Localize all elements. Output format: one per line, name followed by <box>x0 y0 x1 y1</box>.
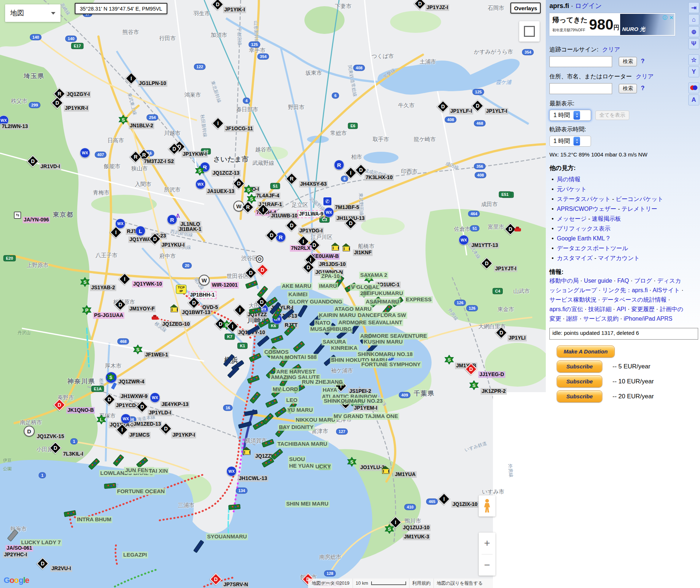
weather-station-marker[interactable]: WX <box>121 414 131 424</box>
ship-name-label[interactable]: SHINKOUMARU NO.23 <box>323 398 384 405</box>
ship-name-label[interactable]: LEO <box>285 397 299 404</box>
sidebar-link[interactable]: Google Earth KML <box>557 235 605 241</box>
report-error-link[interactable]: 地図の誤りを報告する <box>437 580 483 587</box>
green-star-station-marker[interactable]: P <box>82 305 92 316</box>
weather-station-marker[interactable]: WX <box>80 148 90 158</box>
station-callsign-label[interactable]: JQ1ZVK-15 <box>36 433 65 440</box>
green-star-station-marker[interactable]: S <box>195 166 205 177</box>
station-callsign-label[interactable]: JN1BLV-2 <box>129 123 154 129</box>
station-callsign-label[interactable]: JQ1YWK-10 <box>132 281 163 287</box>
star-icon[interactable]: ☆ <box>688 54 699 65</box>
ship-name-label[interactable]: GLORY GUANDONG <box>288 298 343 305</box>
station-callsign-label[interactable]: JP1YJZ-I <box>425 4 449 11</box>
pegman-streetview-button[interactable] <box>479 495 495 517</box>
latest-select[interactable]: 1 時間▲▼ <box>549 110 591 121</box>
weather-station-marker[interactable]: WX <box>150 392 160 403</box>
house-igate-marker[interactable] <box>171 304 178 312</box>
ship-name-label[interactable]: RUN ZHEJIANG <box>301 379 344 386</box>
antenna-range-icon[interactable]: Ψ <box>688 38 699 49</box>
station-callsign-label[interactable]: JQ1ZCZ-13 <box>211 170 241 177</box>
station-callsign-label[interactable]: 7L4AJF-4 <box>255 193 280 199</box>
station-callsign-label[interactable]: JF1MCS <box>128 432 151 438</box>
station-callsign-label[interactable]: JJ1YEG-D <box>478 371 505 378</box>
ship-name-label[interactable]: TAI XIN <box>148 468 169 475</box>
station-callsign-label[interactable]: JP1YKR-I <box>64 105 89 112</box>
station-callsign-label[interactable]: JQ1BWT-13 <box>181 309 211 316</box>
ship-name-label[interactable]: KAIRIN MARU <box>318 312 357 319</box>
info-link[interactable]: ブログ <box>634 278 652 284</box>
sidebar-link[interactable]: ? <box>606 235 610 241</box>
home-icon[interactable]: ⌂ <box>688 14 699 25</box>
ship-name-label[interactable]: AKE MARU <box>281 283 312 290</box>
house-igate-marker[interactable] <box>332 243 339 251</box>
sidebar-link[interactable]: 速報掲示板 <box>592 216 621 222</box>
ship-name-label[interactable]: HAYA <box>322 387 338 394</box>
white-circle-station-marker[interactable]: D <box>24 426 35 437</box>
blue-circle-station-marker[interactable]: R <box>334 160 344 170</box>
green-star-station-marker[interactable]: S <box>347 457 357 468</box>
station-callsign-label[interactable]: JM1YTT-13 <box>470 242 499 249</box>
ship-name-label[interactable]: INTRA BHUM <box>76 516 112 523</box>
blue-circle-station-marker[interactable]: L <box>135 226 145 236</box>
info-link[interactable]: 移動中の局 <box>549 278 579 284</box>
ship-name-label[interactable]: MUSASHIBURG <box>309 326 353 333</box>
station-callsign-label[interactable]: JP1YLT-I <box>485 108 508 115</box>
ship-name-label[interactable]: SAKURA <box>322 339 347 345</box>
address-help-link[interactable]: ? <box>641 85 645 91</box>
station-callsign-label[interactable]: JP7SRV-N <box>222 581 249 588</box>
station-callsign-label[interactable]: JP1YEM-I <box>353 405 378 411</box>
green-ship-marker[interactable] <box>104 483 116 489</box>
station-callsign-label[interactable]: 7N2RLX <box>290 245 312 252</box>
antenna-a-icon[interactable]: A <box>688 94 699 105</box>
donate-button[interactable]: Make A Donation <box>557 345 615 357</box>
ship-name-label[interactable]: SHIN MEI MARU <box>285 500 330 507</box>
weather-station-marker[interactable]: WX <box>324 207 334 217</box>
zoom-in-button[interactable]: + <box>479 533 495 554</box>
sidebar-link[interactable]: ステータスパケット <box>557 196 611 202</box>
station-callsign-label[interactable]: JK1ZPR-2 <box>481 388 507 395</box>
station-callsign-label[interactable]: WIR-12001 <box>211 282 239 289</box>
green-star-station-marker[interactable]: S <box>385 524 394 535</box>
station-callsign-label[interactable]: JH1CWL-13 <box>238 475 268 482</box>
ship-name-label[interactable]: FORTUNE SYMPHONY <box>360 361 422 368</box>
station-callsign-label[interactable]: JP1YJT-I <box>494 266 517 272</box>
car-marker[interactable] <box>152 317 158 320</box>
ship-name-label[interactable]: IMARU <box>318 283 338 290</box>
green-star-station-marker[interactable]: S <box>133 345 143 356</box>
google-logo[interactable]: Google <box>4 576 29 585</box>
station-callsign-label[interactable]: JF1LWA-9 <box>297 210 325 218</box>
station-callsign-label[interactable]: JP1YDG-I <box>298 228 324 234</box>
ship-name-label[interactable]: KAIMEI <box>287 291 309 298</box>
green-star-station-marker[interactable]: S <box>444 355 454 366</box>
phone-station-marker[interactable]: ✆ <box>323 197 332 206</box>
info-link[interactable]: API <box>617 306 626 312</box>
ship-name-label[interactable]: ZPA-10 <box>320 273 341 280</box>
station-callsign-label[interactable]: JQ1ZIX-10 <box>451 501 478 508</box>
ad-close-icon[interactable]: ✕ <box>669 15 674 20</box>
station-callsign-label[interactable]: JP1YIK-I <box>223 7 246 13</box>
sidebar-link[interactable]: プリフィックス表示 <box>557 225 611 232</box>
overlays-button[interactable]: Overlays <box>510 3 541 13</box>
info-link[interactable]: iPhone/iPad APRS <box>624 316 672 322</box>
ship-name-label[interactable]: BAY DIGNITY <box>278 424 315 431</box>
station-callsign-label[interactable]: 7L2IWN-13 <box>1 123 29 130</box>
car-marker[interactable] <box>514 228 521 232</box>
login-icon[interactable]: ⇥ <box>688 2 699 13</box>
ship-name-label[interactable]: LEGAZPI <box>122 552 148 558</box>
info-link[interactable]: FAQ <box>617 278 629 284</box>
terms-link[interactable]: 利用規約 <box>412 580 431 587</box>
station-callsign-label[interactable]: JR1JDS-10 <box>318 261 347 268</box>
station-callsign-label[interactable]: JE4YKP-13 <box>160 401 190 408</box>
station-callsign-label[interactable]: JA1UEX-13 <box>206 188 236 195</box>
ship-name-label[interactable]: MV GRAND TAJIMA ONE <box>332 413 399 420</box>
station-callsign-label[interactable]: JR1VD-I <box>39 163 61 170</box>
station-callsign-label[interactable]: JF1OCG-11 <box>224 125 254 132</box>
station-callsign-label[interactable]: JQ1ZGY-I <box>66 91 91 98</box>
green-star-station-marker[interactable]: S <box>80 277 90 288</box>
ship-name-label[interactable]: SUOU <box>288 456 306 463</box>
green-star-station-marker[interactable]: L <box>97 415 106 426</box>
sidebar-link[interactable]: 元パケット <box>557 186 587 192</box>
weather-station-marker[interactable]: WX <box>459 235 469 245</box>
login-link[interactable]: ログイン <box>575 2 602 9</box>
sidebar-link[interactable]: カスタマイズ <box>557 255 593 261</box>
